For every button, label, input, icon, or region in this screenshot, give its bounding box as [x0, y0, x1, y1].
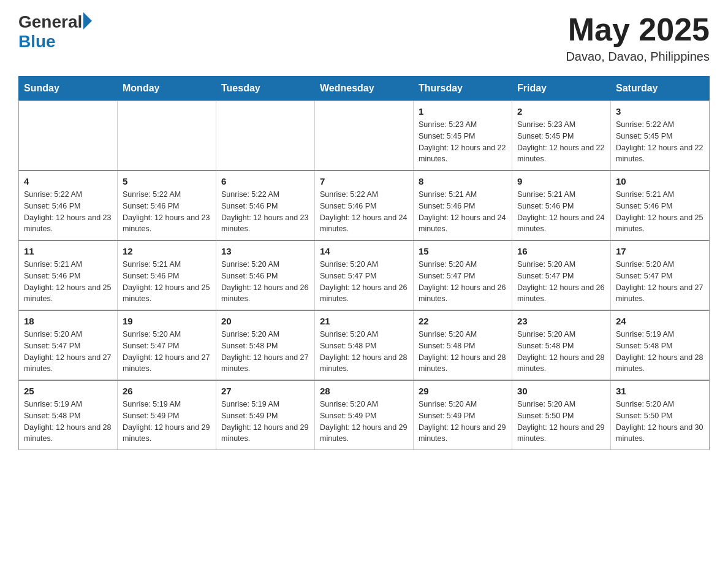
day-info: Sunrise: 5:20 AM Sunset: 5:50 PM Dayligh… — [517, 400, 604, 443]
calendar-table: SundayMondayTuesdayWednesdayThursdayFrid… — [18, 76, 710, 450]
day-number: 26 — [123, 386, 211, 396]
calendar-cell — [19, 101, 118, 170]
day-info: Sunrise: 5:20 AM Sunset: 5:49 PM Dayligh… — [320, 400, 407, 443]
day-info: Sunrise: 5:23 AM Sunset: 5:45 PM Dayligh… — [419, 120, 506, 163]
calendar-cell: 1Sunrise: 5:23 AM Sunset: 5:45 PM Daylig… — [414, 101, 512, 170]
day-number: 14 — [320, 246, 408, 256]
calendar-cell: 12Sunrise: 5:21 AM Sunset: 5:46 PM Dayli… — [118, 240, 216, 310]
day-info: Sunrise: 5:19 AM Sunset: 5:48 PM Dayligh… — [24, 400, 111, 443]
calendar-cell: 14Sunrise: 5:20 AM Sunset: 5:47 PM Dayli… — [315, 240, 414, 310]
day-info: Sunrise: 5:21 AM Sunset: 5:46 PM Dayligh… — [419, 190, 506, 233]
calendar-cell: 9Sunrise: 5:21 AM Sunset: 5:46 PM Daylig… — [512, 170, 611, 240]
day-info: Sunrise: 5:20 AM Sunset: 5:48 PM Dayligh… — [419, 330, 506, 373]
day-info: Sunrise: 5:22 AM Sunset: 5:46 PM Dayligh… — [24, 190, 111, 233]
logo-blue: Blue — [18, 32, 92, 52]
day-number: 18 — [24, 316, 112, 326]
calendar-week-row: 1Sunrise: 5:23 AM Sunset: 5:45 PM Daylig… — [19, 101, 710, 170]
calendar-cell: 10Sunrise: 5:21 AM Sunset: 5:46 PM Dayli… — [611, 170, 710, 240]
calendar-header-friday: Friday — [512, 77, 611, 101]
day-number: 2 — [517, 106, 605, 117]
day-number: 29 — [419, 386, 507, 396]
calendar-week-row: 4Sunrise: 5:22 AM Sunset: 5:46 PM Daylig… — [19, 170, 710, 240]
calendar-header-tuesday: Tuesday — [216, 77, 315, 101]
day-number: 8 — [419, 176, 507, 186]
day-info: Sunrise: 5:20 AM Sunset: 5:48 PM Dayligh… — [320, 330, 407, 373]
calendar-header-wednesday: Wednesday — [315, 77, 414, 101]
location-subtitle: Davao, Davao, Philippines — [566, 50, 710, 64]
calendar-header-monday: Monday — [118, 77, 216, 101]
page-header: General Blue May 2025 Davao, Davao, Phil… — [18, 12, 710, 64]
calendar-cell: 11Sunrise: 5:21 AM Sunset: 5:46 PM Dayli… — [19, 240, 118, 310]
day-info: Sunrise: 5:21 AM Sunset: 5:46 PM Dayligh… — [517, 190, 604, 233]
calendar-cell: 23Sunrise: 5:20 AM Sunset: 5:48 PM Dayli… — [512, 310, 611, 380]
calendar-header-saturday: Saturday — [611, 77, 710, 101]
calendar-cell: 25Sunrise: 5:19 AM Sunset: 5:48 PM Dayli… — [19, 380, 118, 450]
day-number: 11 — [24, 246, 112, 256]
calendar-week-row: 11Sunrise: 5:21 AM Sunset: 5:46 PM Dayli… — [19, 240, 710, 310]
day-info: Sunrise: 5:20 AM Sunset: 5:46 PM Dayligh… — [221, 260, 308, 303]
day-info: Sunrise: 5:22 AM Sunset: 5:46 PM Dayligh… — [221, 190, 308, 233]
day-number: 27 — [221, 386, 309, 396]
calendar-cell: 21Sunrise: 5:20 AM Sunset: 5:48 PM Dayli… — [315, 310, 414, 380]
calendar-cell: 15Sunrise: 5:20 AM Sunset: 5:47 PM Dayli… — [414, 240, 512, 310]
calendar-header-thursday: Thursday — [414, 77, 512, 101]
day-info: Sunrise: 5:22 AM Sunset: 5:45 PM Dayligh… — [616, 120, 703, 163]
calendar-week-row: 18Sunrise: 5:20 AM Sunset: 5:47 PM Dayli… — [19, 310, 710, 380]
calendar-cell: 5Sunrise: 5:22 AM Sunset: 5:46 PM Daylig… — [118, 170, 216, 240]
calendar-cell: 6Sunrise: 5:22 AM Sunset: 5:46 PM Daylig… — [216, 170, 315, 240]
day-info: Sunrise: 5:20 AM Sunset: 5:47 PM Dayligh… — [616, 260, 703, 303]
day-info: Sunrise: 5:19 AM Sunset: 5:49 PM Dayligh… — [123, 400, 210, 443]
calendar-header-sunday: Sunday — [19, 77, 118, 101]
day-number: 17 — [616, 246, 704, 256]
calendar-cell: 20Sunrise: 5:20 AM Sunset: 5:48 PM Dayli… — [216, 310, 315, 380]
day-number: 4 — [24, 176, 112, 186]
day-info: Sunrise: 5:21 AM Sunset: 5:46 PM Dayligh… — [616, 190, 703, 233]
day-info: Sunrise: 5:22 AM Sunset: 5:46 PM Dayligh… — [123, 190, 210, 233]
calendar-cell: 18Sunrise: 5:20 AM Sunset: 5:47 PM Dayli… — [19, 310, 118, 380]
day-info: Sunrise: 5:19 AM Sunset: 5:48 PM Dayligh… — [616, 330, 703, 373]
calendar-cell — [315, 101, 414, 170]
calendar-cell: 17Sunrise: 5:20 AM Sunset: 5:47 PM Dayli… — [611, 240, 710, 310]
day-info: Sunrise: 5:19 AM Sunset: 5:49 PM Dayligh… — [221, 400, 308, 443]
day-info: Sunrise: 5:22 AM Sunset: 5:46 PM Dayligh… — [320, 190, 407, 233]
day-info: Sunrise: 5:20 AM Sunset: 5:47 PM Dayligh… — [320, 260, 407, 303]
day-info: Sunrise: 5:20 AM Sunset: 5:49 PM Dayligh… — [419, 400, 506, 443]
day-number: 7 — [320, 176, 408, 186]
logo-triangle-icon — [83, 12, 92, 29]
day-number: 24 — [616, 316, 704, 326]
day-info: Sunrise: 5:21 AM Sunset: 5:46 PM Dayligh… — [123, 260, 210, 303]
day-number: 5 — [123, 176, 211, 186]
day-number: 12 — [123, 246, 211, 256]
day-info: Sunrise: 5:20 AM Sunset: 5:50 PM Dayligh… — [616, 400, 703, 443]
day-number: 15 — [419, 246, 507, 256]
day-number: 10 — [616, 176, 704, 186]
calendar-cell — [216, 101, 315, 170]
day-number: 31 — [616, 386, 704, 396]
calendar-header-row: SundayMondayTuesdayWednesdayThursdayFrid… — [19, 77, 710, 101]
calendar-cell: 2Sunrise: 5:23 AM Sunset: 5:45 PM Daylig… — [512, 101, 611, 170]
calendar-cell: 16Sunrise: 5:20 AM Sunset: 5:47 PM Dayli… — [512, 240, 611, 310]
day-number: 23 — [517, 316, 605, 326]
day-info: Sunrise: 5:20 AM Sunset: 5:47 PM Dayligh… — [419, 260, 506, 303]
calendar-cell: 13Sunrise: 5:20 AM Sunset: 5:46 PM Dayli… — [216, 240, 315, 310]
day-number: 20 — [221, 316, 309, 326]
day-number: 21 — [320, 316, 408, 326]
calendar-cell: 24Sunrise: 5:19 AM Sunset: 5:48 PM Dayli… — [611, 310, 710, 380]
calendar-cell: 30Sunrise: 5:20 AM Sunset: 5:50 PM Dayli… — [512, 380, 611, 450]
calendar-cell: 27Sunrise: 5:19 AM Sunset: 5:49 PM Dayli… — [216, 380, 315, 450]
month-year-title: May 2025 — [566, 12, 710, 47]
day-number: 16 — [517, 246, 605, 256]
day-number: 1 — [419, 106, 507, 117]
logo: General Blue — [18, 12, 92, 52]
day-info: Sunrise: 5:20 AM Sunset: 5:47 PM Dayligh… — [24, 330, 111, 373]
day-info: Sunrise: 5:20 AM Sunset: 5:47 PM Dayligh… — [123, 330, 210, 373]
day-number: 28 — [320, 386, 408, 396]
calendar-cell — [118, 101, 216, 170]
day-number: 3 — [616, 106, 704, 117]
calendar-cell: 28Sunrise: 5:20 AM Sunset: 5:49 PM Dayli… — [315, 380, 414, 450]
day-number: 22 — [419, 316, 507, 326]
calendar-cell: 22Sunrise: 5:20 AM Sunset: 5:48 PM Dayli… — [414, 310, 512, 380]
calendar-cell: 3Sunrise: 5:22 AM Sunset: 5:45 PM Daylig… — [611, 101, 710, 170]
day-info: Sunrise: 5:20 AM Sunset: 5:48 PM Dayligh… — [221, 330, 308, 373]
calendar-cell: 8Sunrise: 5:21 AM Sunset: 5:46 PM Daylig… — [414, 170, 512, 240]
